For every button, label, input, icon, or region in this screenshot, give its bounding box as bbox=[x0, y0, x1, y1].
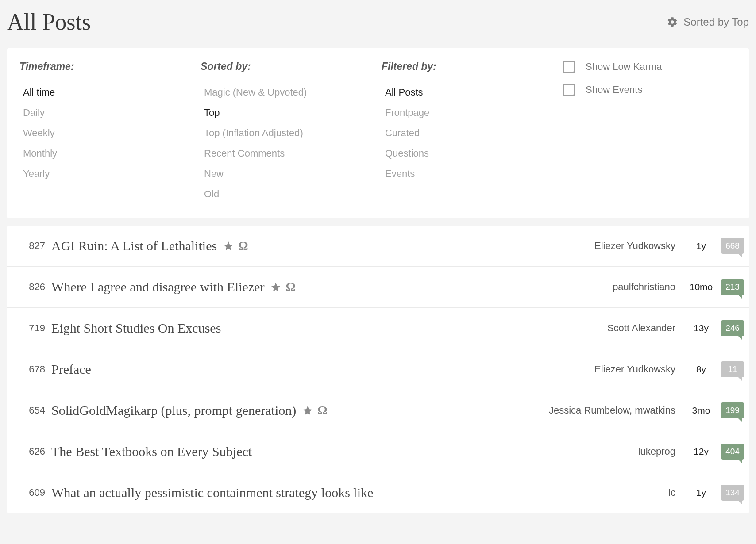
post-author[interactable]: Jessica Rumbelow, mwatkins bbox=[549, 405, 675, 416]
filteredby-option[interactable]: All Posts bbox=[382, 82, 559, 103]
post-author[interactable]: Eliezer Yudkowsky bbox=[594, 240, 675, 252]
checkbox-label: Show Events bbox=[586, 84, 642, 96]
post-karma[interactable]: 678 bbox=[18, 364, 45, 375]
timeframe-option[interactable]: Daily bbox=[19, 103, 197, 123]
filteredby-option[interactable]: Events bbox=[382, 164, 559, 184]
post-title[interactable]: What an actually pessimistic containment… bbox=[51, 485, 373, 500]
star-icon bbox=[270, 282, 281, 292]
omega-icon: Ω bbox=[238, 240, 248, 252]
star-icon bbox=[302, 405, 313, 416]
post-icons: Ω bbox=[270, 281, 295, 293]
comment-count: 404 bbox=[725, 447, 740, 456]
post-title[interactable]: SolidGoldMagikarp (plus, prompt generati… bbox=[51, 403, 296, 418]
post-title[interactable]: AGI Ruin: A List of Lethalities bbox=[51, 238, 217, 253]
post-row[interactable]: 826Where I agree and disagree with Eliez… bbox=[7, 267, 749, 308]
comment-count-bubble[interactable]: 199 bbox=[721, 402, 744, 418]
post-age: 10mo bbox=[683, 282, 719, 292]
post-age: 1y bbox=[683, 487, 719, 498]
post-title[interactable]: The Best Textbooks on Every Subject bbox=[51, 444, 252, 459]
post-age: 8y bbox=[683, 364, 719, 375]
filteredby-option[interactable]: Questions bbox=[382, 143, 559, 164]
comment-count: 668 bbox=[725, 241, 740, 251]
checkbox-icon bbox=[563, 84, 575, 96]
filteredby-heading: Filtered by: bbox=[382, 61, 559, 73]
post-karma[interactable]: 827 bbox=[18, 240, 45, 252]
filteredby-option[interactable]: Frontpage bbox=[382, 103, 559, 123]
post-author[interactable]: Eliezer Yudkowsky bbox=[594, 364, 675, 375]
checkboxes-col: Show Low KarmaShow Events bbox=[559, 61, 740, 204]
page-title: All Posts bbox=[7, 9, 91, 35]
post-title[interactable]: Eight Short Studies On Excuses bbox=[51, 321, 221, 336]
post-age: 13y bbox=[683, 323, 719, 333]
post-row[interactable]: 654SolidGoldMagikarp (plus, prompt gener… bbox=[7, 390, 749, 431]
post-icons: Ω bbox=[302, 404, 327, 417]
post-row[interactable]: 719Eight Short Studies On ExcusesScott A… bbox=[7, 308, 749, 349]
timeframe-option[interactable]: Yearly bbox=[19, 164, 197, 184]
post-age: 3mo bbox=[683, 405, 719, 416]
sortedby-option[interactable]: New bbox=[201, 164, 378, 184]
sortedby-option[interactable]: Top bbox=[201, 103, 378, 123]
post-age: 1y bbox=[683, 241, 719, 251]
timeframe-heading: Timeframe: bbox=[19, 61, 197, 73]
omega-icon: Ω bbox=[317, 404, 327, 417]
comment-count-bubble[interactable]: 668 bbox=[721, 238, 744, 254]
sortedby-option[interactable]: Old bbox=[201, 184, 378, 204]
omega-icon: Ω bbox=[285, 281, 295, 293]
timeframe-option[interactable]: Monthly bbox=[19, 143, 197, 164]
comment-count-bubble[interactable]: 134 bbox=[721, 485, 744, 501]
post-karma[interactable]: 609 bbox=[18, 487, 45, 498]
post-row[interactable]: 626The Best Textbooks on Every Subjectlu… bbox=[7, 431, 749, 472]
post-title[interactable]: Preface bbox=[51, 362, 91, 377]
post-title[interactable]: Where I agree and disagree with Eliezer bbox=[51, 280, 264, 295]
sortedby-col: Sorted by: Magic (New & Upvoted)TopTop (… bbox=[197, 61, 378, 204]
checkbox-show-events[interactable]: Show Events bbox=[563, 84, 740, 96]
sortedby-heading: Sorted by: bbox=[201, 61, 378, 73]
comment-count: 134 bbox=[725, 488, 740, 498]
comment-count: 213 bbox=[725, 282, 740, 292]
post-karma[interactable]: 654 bbox=[18, 405, 45, 416]
post-karma[interactable]: 719 bbox=[18, 322, 45, 334]
filteredby-option[interactable]: Curated bbox=[382, 123, 559, 143]
checkbox-icon bbox=[563, 61, 575, 73]
comment-count: 11 bbox=[728, 364, 737, 374]
post-icons: Ω bbox=[223, 240, 248, 252]
checkbox-label: Show Low Karma bbox=[586, 61, 662, 73]
post-row[interactable]: 609What an actually pessimistic containm… bbox=[7, 472, 749, 513]
filteredby-col: Filtered by: All PostsFrontpageCuratedQu… bbox=[378, 61, 559, 204]
post-row[interactable]: 678PrefaceEliezer Yudkowsky8y11 bbox=[7, 349, 749, 390]
comment-count-bubble[interactable]: 11 bbox=[721, 361, 744, 377]
sortedby-option[interactable]: Top (Inflation Adjusted) bbox=[201, 123, 378, 143]
timeframe-col: Timeframe: All timeDailyWeeklyMonthlyYea… bbox=[16, 61, 197, 204]
sortedby-option[interactable]: Recent Comments bbox=[201, 143, 378, 164]
post-author[interactable]: paulfchristiano bbox=[613, 281, 675, 293]
comment-count-bubble[interactable]: 404 bbox=[721, 444, 744, 460]
sort-indicator-label: Sorted by Top bbox=[683, 16, 749, 28]
post-author[interactable]: lukeprog bbox=[638, 446, 675, 457]
star-icon bbox=[223, 241, 234, 251]
post-karma[interactable]: 826 bbox=[18, 281, 45, 293]
filters-panel: Timeframe: All timeDailyWeeklyMonthlyYea… bbox=[7, 48, 749, 218]
sort-settings-button[interactable]: Sorted by Top bbox=[667, 16, 749, 28]
timeframe-option[interactable]: Weekly bbox=[19, 123, 197, 143]
comment-count-bubble[interactable]: 213 bbox=[721, 279, 744, 295]
sortedby-option[interactable]: Magic (New & Upvoted) bbox=[201, 82, 378, 103]
post-row[interactable]: 827AGI Ruin: A List of LethalitiesΩEliez… bbox=[7, 226, 749, 267]
checkbox-show-low-karma[interactable]: Show Low Karma bbox=[563, 61, 740, 73]
post-author[interactable]: Scott Alexander bbox=[607, 322, 675, 334]
gear-icon bbox=[667, 16, 678, 28]
comment-count: 199 bbox=[725, 406, 740, 415]
comment-count-bubble[interactable]: 246 bbox=[721, 320, 744, 336]
timeframe-option[interactable]: All time bbox=[19, 82, 197, 103]
post-age: 12y bbox=[683, 446, 719, 457]
post-author[interactable]: lc bbox=[668, 487, 675, 498]
comment-count: 246 bbox=[725, 323, 740, 333]
post-karma[interactable]: 626 bbox=[18, 446, 45, 457]
posts-list: 827AGI Ruin: A List of LethalitiesΩEliez… bbox=[7, 226, 749, 513]
